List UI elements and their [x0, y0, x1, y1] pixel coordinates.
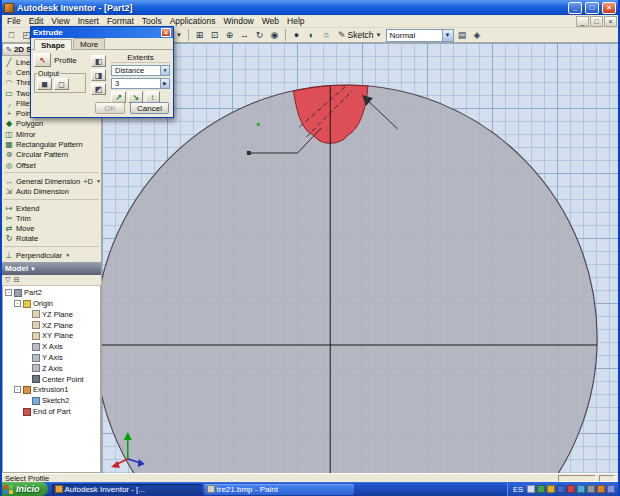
menu-item-tools[interactable]: Tools [138, 16, 166, 26]
taskbar-task-1[interactable]: Autodesk Inventor - [... [52, 484, 202, 495]
graphics-window[interactable] [102, 43, 618, 473]
trim-icon: ✂ [4, 214, 14, 223]
shaded-display-icon[interactable]: ● [289, 29, 304, 42]
collapse-all-icon[interactable]: ⊟ [13, 276, 19, 284]
sketch-point[interactable] [257, 123, 260, 126]
combo-arrow-icon[interactable]: ▼ [160, 66, 169, 75]
expander-icon[interactable]: - [14, 300, 21, 307]
taskbar-task-2[interactable]: tre21.bmp - Paint [204, 484, 354, 495]
view-style-select[interactable]: Normal▼ [386, 29, 454, 42]
zoom-all-icon[interactable]: ⊞ [192, 29, 207, 42]
menu-item-help[interactable]: Help [283, 16, 308, 26]
rotate-icon[interactable]: ↻ [252, 29, 267, 42]
expander-icon[interactable]: - [14, 386, 21, 393]
menu-item-file[interactable]: File [3, 16, 25, 26]
tray-icon-3[interactable] [547, 485, 555, 493]
new-file-icon[interactable]: □ [4, 29, 19, 42]
tree-item-yz-plane[interactable]: YZ Plane [3, 309, 100, 320]
extents-mode-select[interactable]: Distance ▼ [111, 65, 170, 76]
extrude-dialog-titlebar[interactable]: Extrude × [31, 27, 173, 38]
menu-item-insert[interactable]: Insert [74, 16, 103, 26]
tray-icon-4[interactable] [557, 485, 565, 493]
wireframe-display-icon[interactable]: ○ [319, 29, 334, 42]
extend-icon: ↦ [4, 204, 14, 213]
output-surface-button[interactable]: ◻ [54, 78, 69, 90]
panel-item-offset[interactable]: ◎Offset [2, 160, 101, 170]
panel-item-polygon[interactable]: ◆Polygon [2, 119, 101, 129]
mdi-minimize-button[interactable]: _ [576, 16, 589, 27]
pan-icon[interactable]: ↔ [237, 29, 252, 42]
leader-handle[interactable] [247, 151, 251, 155]
dialog-close-icon[interactable]: × [161, 28, 171, 37]
title-bar[interactable]: Autodesk Inventor - [Part2] _ □ × [2, 0, 618, 15]
language-indicator[interactable]: ES [513, 485, 523, 494]
tray-icon-5[interactable] [567, 485, 575, 493]
boolean-intersect-button[interactable]: ◩ [91, 83, 106, 95]
panel-separator [4, 170, 99, 173]
tray-icon-1[interactable] [527, 485, 535, 493]
menu-item-format[interactable]: Format [103, 16, 138, 26]
tree-item-y-axis[interactable]: Y Axis [3, 352, 100, 363]
output-solid-button[interactable]: ◼ [37, 78, 52, 90]
ok-button[interactable]: OK [95, 102, 125, 114]
zoom-window-icon[interactable]: ⊡ [207, 29, 222, 42]
menu-item-applications[interactable]: Applications [166, 16, 220, 26]
minimize-button[interactable]: _ [568, 2, 582, 14]
panel-item-rotate[interactable]: ↻Rotate [2, 234, 101, 244]
look-at-icon[interactable]: ◉ [267, 29, 282, 42]
distance-input[interactable]: 3 ▶ [111, 78, 170, 89]
start-button[interactable]: Inicio [0, 482, 48, 496]
panel-item-rectangular-pattern[interactable]: ▦Rectangular Pattern [2, 139, 101, 149]
flyout-arrow-icon[interactable]: ▶ [160, 79, 169, 88]
panel-item-extend[interactable]: ↦Extend [2, 203, 101, 213]
panel-item-general-dimension[interactable]: ↔General Dimension+D▼ [2, 176, 101, 186]
panel-item-auto-dimension[interactable]: ⇲Auto Dimension [2, 187, 101, 197]
tab-more[interactable]: More [73, 38, 105, 49]
tray-icon-6[interactable] [577, 485, 585, 493]
expander-icon[interactable]: - [5, 289, 12, 296]
tray-icon-2[interactable] [537, 485, 545, 493]
tray-icon-9[interactable] [607, 485, 615, 493]
browser-header[interactable]: Model ▼ [2, 262, 101, 275]
tree-item-part2[interactable]: -Part2 [3, 287, 100, 298]
panel-item-trim[interactable]: ✂Trim [2, 213, 101, 223]
combo-arrow-icon[interactable]: ▼ [442, 30, 453, 41]
analysis-icon[interactable]: ◈ [470, 29, 485, 42]
tray-icon-8[interactable] [597, 485, 605, 493]
camera-view-icon[interactable]: ▤ [455, 29, 470, 42]
tree-item-sketch2[interactable]: Sketch2 [3, 395, 100, 406]
mdi-close-button[interactable]: × [604, 16, 617, 27]
tree-item-xy-plane[interactable]: XY Plane [3, 331, 100, 342]
tray-icon-7[interactable] [587, 485, 595, 493]
tree-item-z-axis[interactable]: Z Axis [3, 363, 100, 374]
view-style-value: Normal [390, 31, 416, 40]
mdi-restore-button[interactable]: □ [590, 16, 603, 27]
menu-item-window[interactable]: Window [220, 16, 258, 26]
close-button[interactable]: × [602, 2, 616, 14]
panel-item-perpendicular[interactable]: ⊥Perpendicular▼ [2, 250, 101, 260]
tree-item-center-point[interactable]: Center Point [3, 374, 100, 385]
boolean-join-button[interactable]: ◧ [91, 55, 106, 67]
tree-item-origin[interactable]: -Origin [3, 298, 100, 309]
sketch-dropdown[interactable]: ✎Sketch▼ [335, 29, 385, 42]
maximize-button[interactable]: □ [585, 2, 599, 14]
flyout-arrow-icon: ▼ [96, 178, 101, 184]
cancel-button[interactable]: Cancel [130, 102, 169, 114]
menu-item-view[interactable]: View [47, 16, 73, 26]
boolean-cut-button[interactable]: ◨ [91, 69, 106, 81]
tree-item-x-axis[interactable]: X Axis [3, 341, 100, 352]
menu-item-web[interactable]: Web [258, 16, 283, 26]
hidden-edge-display-icon[interactable]: ◐ [304, 29, 319, 42]
tree-item-extrusion1[interactable]: -Extrusion1 [3, 385, 100, 396]
part-face[interactable] [102, 85, 597, 473]
filter-icon[interactable]: ▽ [5, 276, 10, 284]
panel-item-mirror[interactable]: ◫Mirror [2, 129, 101, 139]
panel-item-circular-pattern[interactable]: ⊛Circular Pattern [2, 150, 101, 160]
tree-item-xz-plane[interactable]: XZ Plane [3, 320, 100, 331]
tab-shape[interactable]: Shape [34, 39, 72, 50]
panel-item-move[interactable]: ⇄Move [2, 223, 101, 233]
tree-item-end-of-part[interactable]: End of Part [3, 406, 100, 417]
menu-item-edit[interactable]: Edit [25, 16, 48, 26]
zoom-icon[interactable]: ⊕ [222, 29, 237, 42]
profile-select-button[interactable]: ↖ [34, 53, 51, 67]
